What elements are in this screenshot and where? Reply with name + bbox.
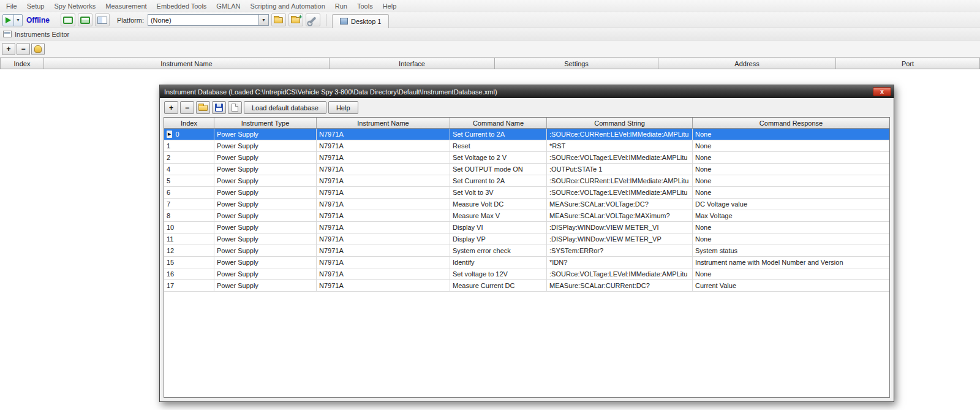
cell-instrument-name: N7971A	[317, 210, 450, 221]
table-row[interactable]: 0 Power Supply N7971A Set Current to 2A …	[164, 129, 889, 140]
tab-desktop-1[interactable]: Desktop 1	[332, 14, 390, 28]
add-setup-button[interactable]	[288, 13, 303, 26]
column-header[interactable]: Index	[0, 58, 44, 69]
setup-tools-button[interactable]	[306, 13, 320, 26]
chevron-down-icon[interactable]: ▼	[13, 15, 22, 26]
remove-command-button[interactable]: −	[180, 101, 194, 114]
cell-index: 5	[164, 175, 214, 186]
dialog-toolbar: + − Load default database Help	[160, 98, 894, 117]
table-row[interactable]: 11 Power Supply N7971A Display VP :DISPl…	[164, 233, 889, 245]
column-header[interactable]: Address	[658, 58, 836, 69]
menu-item[interactable]: Spy Networks	[49, 1, 100, 12]
column-header[interactable]: Port	[836, 58, 980, 69]
cell-command-string: :SOURce:VOLTage:LEVel:IMMediate:AMPLitu	[547, 152, 693, 163]
cell-instrument-name: N7971A	[317, 140, 450, 151]
desktop-icon	[340, 18, 348, 25]
open-setup-button[interactable]	[271, 13, 286, 26]
cell-instrument-name: N7971A	[317, 175, 450, 186]
menu-item[interactable]: Help	[378, 1, 402, 12]
table-row[interactable]: 5 Power Supply N7971A Set Current to 2A …	[164, 175, 889, 187]
cell-command-response: Current Value	[693, 280, 889, 291]
cell-instrument-name: N7971A	[317, 245, 450, 256]
load-default-database-button[interactable]: Load default database	[244, 101, 326, 114]
table-row[interactable]: 8 Power Supply N7971A Measure Max V MEAS…	[164, 210, 889, 222]
cell-command-response: DC Voltage value	[693, 199, 889, 210]
cell-instrument-type: Power Supply	[214, 175, 317, 186]
menu-item[interactable]: Run	[330, 1, 352, 12]
remove-instrument-button[interactable]: −	[17, 43, 30, 55]
table-row[interactable]: 17 Power Supply N7971A Measure Current D…	[164, 280, 889, 292]
run-button[interactable]: ▼	[2, 14, 23, 26]
column-header[interactable]: Instrument Name	[44, 58, 330, 69]
table-row[interactable]: 10 Power Supply N7971A Display VI :DISPl…	[164, 222, 889, 233]
platform-dropdown[interactable]: (None) ▼	[148, 14, 269, 26]
messages-view-button[interactable]	[61, 13, 75, 26]
column-header[interactable]: Instrument Name	[317, 118, 450, 128]
menu-item[interactable]: Measurement	[100, 1, 151, 12]
cell-command-string: :SOURce:CURRent:LEVel:IMMediate:AMPLitu	[547, 175, 693, 186]
table-row[interactable]: 12 Power Supply N7971A System error chec…	[164, 245, 889, 257]
cell-command-string: :DISPlay:WINDow:VIEW METER_VI	[547, 222, 693, 233]
cell-command-name: Set OUTPUT mode ON	[450, 164, 547, 175]
close-button[interactable]: x	[873, 87, 891, 96]
instrument-database-dialog: Instrument Database (Loaded C:\IntrepidC…	[159, 85, 894, 402]
graphical-panels-button[interactable]	[78, 13, 92, 26]
cell-instrument-name: N7971A	[317, 129, 450, 140]
split-view-icon	[97, 17, 107, 24]
menu-item[interactable]: Embedded Tools	[152, 1, 212, 12]
menu-item[interactable]: GMLAN	[211, 1, 245, 12]
cell-instrument-type: Power Supply	[214, 233, 317, 245]
platform-label: Platform:	[117, 17, 144, 24]
table-row[interactable]: 7 Power Supply N7971A Measure Volt DC ME…	[164, 199, 889, 210]
menu-item[interactable]: Setup	[22, 1, 50, 12]
cell-index: 4	[164, 164, 214, 175]
cell-index: 12	[164, 245, 214, 256]
cell-instrument-type: Power Supply	[214, 140, 317, 151]
cell-index: 10	[164, 222, 214, 233]
cell-command-name: Set voltage to 12V	[450, 268, 547, 279]
cell-command-response: None	[693, 175, 889, 186]
new-database-button[interactable]	[228, 101, 242, 114]
table-row[interactable]: 2 Power Supply N7971A Set Voltage to 2 V…	[164, 152, 889, 164]
cell-instrument-name: N7971A	[317, 222, 450, 233]
cell-command-name: Set Volt to 3V	[450, 187, 547, 198]
database-icon	[34, 45, 42, 53]
instruments-editor-icon	[3, 31, 12, 37]
add-instrument-button[interactable]: +	[2, 43, 15, 55]
cell-command-name: System error check	[450, 245, 547, 256]
column-header[interactable]: Instrument Type	[214, 118, 317, 128]
column-header[interactable]: Command String	[547, 118, 693, 128]
cell-command-response: None	[693, 164, 889, 175]
toolbar-separator	[326, 14, 326, 26]
command-grid-body: 0 Power Supply N7971A Set Current to 2A …	[164, 129, 889, 292]
add-command-button[interactable]: +	[164, 101, 178, 114]
column-header[interactable]: Command Name	[450, 118, 547, 128]
tab-label: Desktop 1	[351, 18, 382, 25]
instrument-database-button[interactable]	[31, 43, 45, 55]
table-row[interactable]: 15 Power Supply N7971A Identify *IDN? In…	[164, 257, 889, 268]
dropdown-arrow-icon[interactable]: ▼	[258, 15, 268, 25]
split-view-button[interactable]	[95, 13, 110, 26]
command-grid: IndexInstrument TypeInstrument NameComma…	[164, 117, 890, 398]
column-header[interactable]: Settings	[495, 58, 658, 69]
menu-item[interactable]: Tools	[352, 1, 378, 12]
open-database-button[interactable]	[196, 101, 210, 114]
menu-item[interactable]: Scripting and Automation	[245, 1, 330, 12]
cell-instrument-name: N7971A	[317, 164, 450, 175]
cell-index: 6	[164, 187, 214, 198]
help-button[interactable]: Help	[328, 101, 358, 114]
table-row[interactable]: 4 Power Supply N7971A Set OUTPUT mode ON…	[164, 164, 889, 175]
dialog-titlebar[interactable]: Instrument Database (Loaded C:\IntrepidC…	[160, 85, 894, 98]
menu-item[interactable]: File	[1, 1, 22, 12]
table-row[interactable]: 6 Power Supply N7971A Set Volt to 3V :SO…	[164, 187, 889, 199]
column-header[interactable]: Index	[164, 118, 214, 128]
cell-command-name: Reset	[450, 140, 547, 151]
table-row[interactable]: 1 Power Supply N7971A Reset *RST None	[164, 140, 889, 152]
save-database-button[interactable]	[212, 101, 226, 114]
table-row[interactable]: 16 Power Supply N7971A Set voltage to 12…	[164, 268, 889, 280]
column-header[interactable]: Interface	[330, 58, 495, 69]
cell-command-string: MEASure:SCALar:VOLTage:MAXimum?	[547, 210, 693, 221]
column-header[interactable]: Command Response	[693, 118, 889, 128]
cell-command-response: Instrument name with Model Number and Ve…	[693, 257, 889, 268]
cell-instrument-name: N7971A	[317, 199, 450, 210]
